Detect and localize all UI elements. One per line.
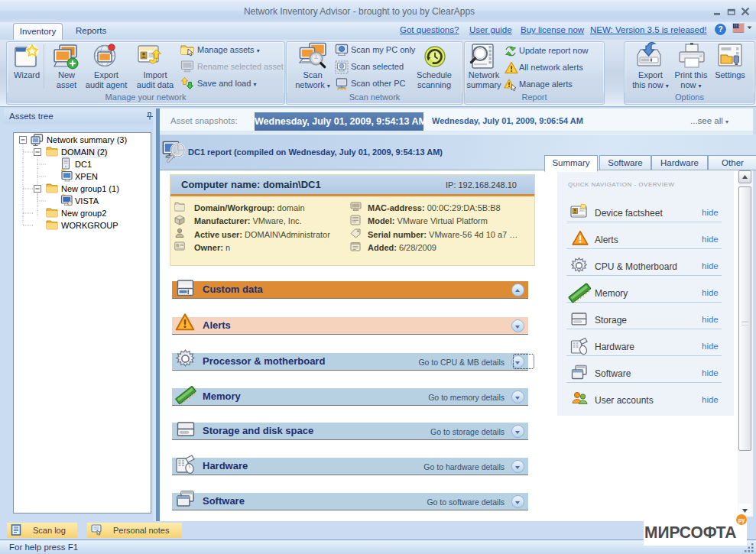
svg-text:?: ? [718,25,722,34]
